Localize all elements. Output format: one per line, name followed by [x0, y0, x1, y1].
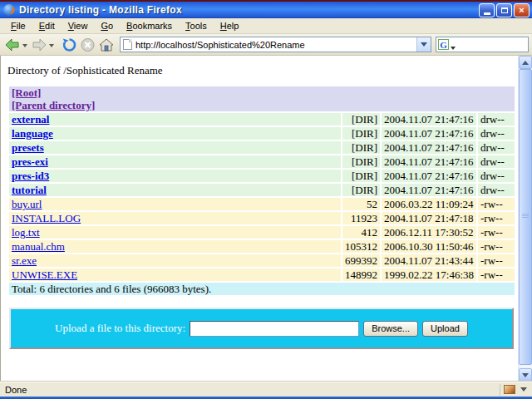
- cell-size: [DIR]: [342, 184, 380, 196]
- browse-button[interactable]: Browse...: [363, 321, 418, 337]
- home-button[interactable]: [97, 37, 116, 53]
- upload-button[interactable]: Upload: [422, 321, 468, 337]
- file-row: INSTALL.LOG119232004.11.07 21:47:18-rw--: [9, 212, 515, 224]
- total-text: Total: 6 directories and 6 files (966083…: [9, 283, 515, 295]
- cell-perm: drw--: [478, 113, 515, 126]
- cell-size: 11923: [342, 212, 380, 224]
- dir-row: external[DIR]2004.11.07 21:47:16drw--: [9, 113, 515, 126]
- url-bar[interactable]: http://localhost/Sophisticated%20Rename: [120, 37, 431, 52]
- file-row: log.txt4122006.12.11 17:30:52-rw--: [9, 226, 515, 239]
- search-box[interactable]: G: [436, 37, 529, 52]
- cell-date: 1999.02.22 17:46:38: [382, 268, 476, 281]
- cell-date: 2004.11.07 21:47:16: [382, 155, 476, 168]
- file-link[interactable]: log.txt: [12, 226, 40, 239]
- cell-perm: drw--: [478, 170, 515, 182]
- dir-row: pres-exi[DIR]2004.11.07 21:47:16drw--: [9, 155, 515, 168]
- restore-button[interactable]: [496, 3, 512, 17]
- status-extension-cell[interactable]: [500, 384, 530, 396]
- cell-size: 148992: [342, 268, 380, 281]
- dir-link[interactable]: language: [12, 127, 53, 140]
- upload-file-input[interactable]: [190, 321, 359, 337]
- close-button[interactable]: ×: [514, 3, 530, 17]
- cell-perm: -rw--: [478, 254, 515, 267]
- file-row: UNWISE.EXE1489921999.02.22 17:46:38-rw--: [9, 268, 515, 281]
- forward-button[interactable]: [30, 37, 56, 53]
- scroll-down-button[interactable]: [519, 368, 532, 382]
- file-link[interactable]: UNWISE.EXE: [12, 268, 77, 281]
- menu-help[interactable]: Help: [214, 19, 246, 33]
- directory-listing-table: [Root][Parent directory]external[DIR]200…: [7, 85, 516, 297]
- page-heading: Directory of /Sophisticated Rename: [7, 64, 516, 77]
- cell-perm: -rw--: [478, 226, 515, 239]
- cell-perm: drw--: [478, 127, 515, 140]
- file-link[interactable]: buy.url: [12, 198, 42, 210]
- total-row: Total: 6 directories and 6 files (966083…: [9, 283, 515, 295]
- scrollbar-grip: [522, 214, 529, 219]
- firefox-icon: [3, 4, 15, 16]
- file-row: buy.url522006.03.22 11:09:24-rw--: [9, 198, 515, 210]
- cell-date: 2004.11.07 21:47:18: [382, 212, 476, 224]
- status-text: Done: [5, 385, 500, 395]
- stop-button[interactable]: [79, 37, 96, 53]
- dir-link[interactable]: tutorial: [12, 184, 47, 196]
- scrollbar-thumb[interactable]: [519, 69, 532, 365]
- scroll-up-button[interactable]: [519, 56, 532, 69]
- back-icon: [4, 37, 21, 52]
- minimize-button[interactable]: [479, 3, 495, 17]
- menu-view[interactable]: View: [62, 19, 95, 33]
- cell-size: 52: [342, 198, 380, 210]
- vertical-scrollbar[interactable]: [518, 56, 532, 382]
- cell-perm: -rw--: [478, 268, 515, 281]
- title-bar: Directory listing - Mozilla Firefox ×: [0, 2, 532, 18]
- browser-content: Directory of /Sophisticated Rename [Root…: [0, 56, 532, 382]
- url-text[interactable]: http://localhost/Sophisticated%20Rename: [135, 40, 416, 50]
- dir-link[interactable]: pres-exi: [12, 155, 48, 168]
- cell-perm: -rw--: [478, 212, 515, 224]
- cell-date: 2004.11.07 21:47:16: [382, 113, 476, 126]
- cell-date: 2004.11.07 21:47:16: [382, 141, 476, 154]
- file-link[interactable]: INSTALL.LOG: [12, 212, 81, 224]
- dir-row: language[DIR]2004.11.07 21:47:16drw--: [9, 127, 515, 140]
- back-button[interactable]: [3, 37, 29, 53]
- file-link[interactable]: manual.chm: [12, 240, 65, 253]
- forward-dropdown-icon[interactable]: [49, 44, 54, 47]
- menu-file[interactable]: File: [4, 19, 32, 33]
- file-link[interactable]: sr.exe: [12, 254, 37, 267]
- upload-label: Upload a file to this directory:: [55, 322, 185, 335]
- cell-perm: -rw--: [478, 198, 515, 210]
- menu-go[interactable]: Go: [94, 19, 120, 33]
- url-dropdown-button[interactable]: [416, 37, 431, 52]
- cell-perm: -rw--: [478, 240, 515, 253]
- menu-tools[interactable]: Tools: [179, 19, 214, 33]
- cell-size: 105312: [342, 240, 380, 253]
- menu-edit[interactable]: Edit: [32, 19, 62, 33]
- cell-perm: drw--: [478, 184, 515, 196]
- dir-row: tutorial[DIR]2004.11.07 21:47:16drw--: [9, 184, 515, 196]
- forward-icon: [31, 37, 47, 52]
- scroll-down-icon: [522, 373, 529, 377]
- window-title: Directory listing - Mozilla Firefox: [19, 4, 477, 16]
- cell-size: 412: [342, 226, 380, 239]
- home-icon: [98, 37, 115, 52]
- search-input[interactable]: [456, 38, 528, 51]
- cell-date: 2006.03.22 11:09:24: [382, 198, 476, 210]
- status-dropdown-icon[interactable]: [520, 387, 527, 392]
- upload-panel: Upload a file to this directory: Browse.…: [9, 308, 514, 349]
- reload-button[interactable]: [61, 37, 78, 53]
- menu-bookmarks[interactable]: Bookmarks: [120, 19, 179, 33]
- cell-size: 699392: [342, 254, 380, 267]
- nav-link[interactable]: [Parent directory]: [12, 99, 95, 111]
- restore-icon: [501, 7, 508, 13]
- navigation-toolbar: http://localhost/Sophisticated%20Rename …: [0, 34, 532, 56]
- dir-link[interactable]: presets: [12, 141, 44, 154]
- reload-icon: [62, 37, 77, 52]
- dir-link[interactable]: pres-id3: [12, 170, 49, 182]
- cell-date: 2004.11.07 21:47:16: [382, 170, 476, 182]
- cell-size: [DIR]: [342, 141, 380, 154]
- chevron-down-icon: [421, 42, 427, 47]
- nav-link[interactable]: [Root]: [12, 86, 41, 99]
- cell-date: 2004.11.07 21:47:16: [382, 184, 476, 196]
- google-icon: G: [438, 39, 449, 50]
- dir-link[interactable]: external: [12, 113, 49, 126]
- back-dropdown-icon[interactable]: [22, 44, 27, 47]
